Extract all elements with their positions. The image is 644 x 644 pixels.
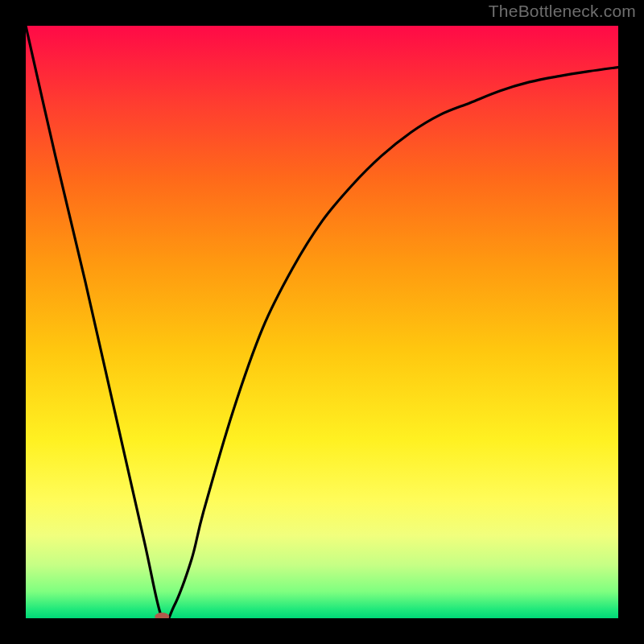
watermark-text: TheBottleneck.com [489, 2, 636, 21]
gradient-background [26, 26, 618, 618]
chart-plot [26, 26, 618, 618]
chart-frame: TheBottleneck.com [0, 0, 644, 644]
